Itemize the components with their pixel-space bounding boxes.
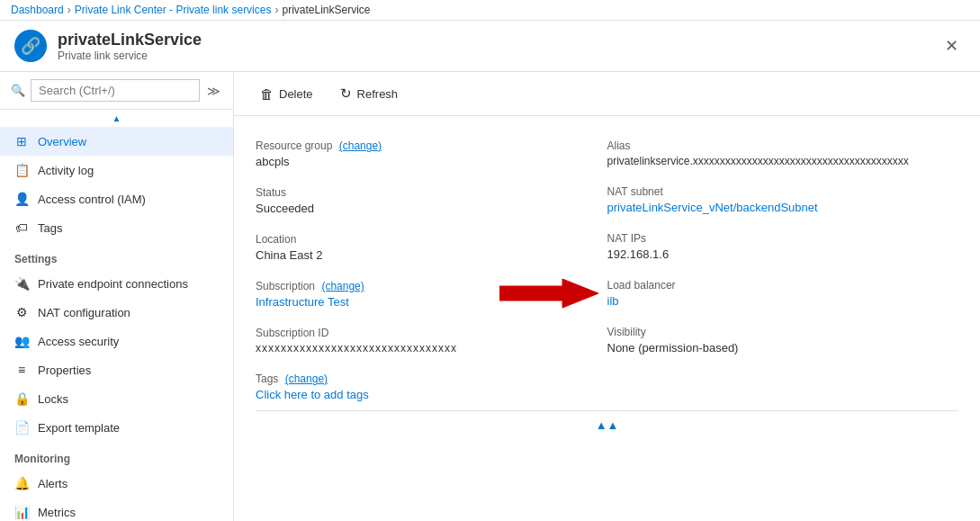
nat-subnet-link[interactable]: privateLinkService_vNet/backendSubnet [607, 201, 818, 214]
breadcrumb-dashboard[interactable]: Dashboard [11, 4, 64, 16]
nat-ips-cell: NAT IPs 192.168.1.6 [607, 223, 959, 270]
nat-subnet-label: NAT subnet [607, 185, 945, 198]
svg-marker-0 [499, 279, 598, 308]
sidebar-item-metrics[interactable]: 📊 Metrics [0, 498, 233, 521]
delete-button[interactable]: 🗑 Delete [248, 80, 325, 108]
access-security-icon: 👥 [14, 334, 29, 348]
resource-header-left: 🔗 privateLinkService Private link servic… [14, 30, 202, 62]
location-cell: Location China East 2 [256, 224, 607, 271]
settings-section-label: Settings [0, 242, 233, 269]
tags-change-link[interactable]: (change) [285, 373, 328, 385]
resource-subtitle: Private link service [58, 49, 202, 62]
breadcrumb-current: privateLinkService [282, 4, 370, 16]
alerts-icon: 🔔 [14, 476, 29, 490]
sidebar-nav: ⊞ Overview 📋 Activity log 👤 Access contr… [0, 127, 233, 521]
metrics-icon: 📊 [14, 505, 29, 519]
status-cell: Status Succeeded [256, 177, 607, 224]
properties-icon: ≡ [14, 363, 29, 377]
sidebar-label-private-endpoint: Private endpoint connections [38, 277, 188, 291]
sidebar-search-bar: 🔍 ≫ [0, 72, 233, 110]
right-panel: 🗑 Delete ↻ Refresh Resource group (chang… [234, 72, 980, 521]
collapse-sidebar-button[interactable]: ≫ [205, 82, 222, 100]
breadcrumb-private-link[interactable]: Private Link Center - Private link servi… [75, 4, 272, 16]
sidebar: 🔍 ≫ ▲ ⊞ Overview 📋 Activity log 👤 Access… [0, 72, 234, 521]
status-label: Status [256, 186, 593, 199]
refresh-icon: ↻ [340, 85, 352, 102]
main-layout: 🔍 ≫ ▲ ⊞ Overview 📋 Activity log 👤 Access… [0, 72, 980, 521]
sidebar-item-access-security[interactable]: 👥 Access security [0, 327, 233, 355]
sidebar-item-tags[interactable]: 🏷 Tags [0, 213, 233, 242]
locks-icon: 🔒 [14, 391, 29, 406]
sidebar-label-metrics: Metrics [38, 506, 76, 519]
sidebar-item-alerts[interactable]: 🔔 Alerts [0, 469, 233, 498]
nat-ips-value: 192.168.1.6 [607, 247, 945, 261]
alias-cell: Alias privatelinkservice.xxxxxxxxxxxxxxx… [607, 130, 959, 176]
refresh-button[interactable]: ↻ Refresh [328, 79, 410, 108]
sidebar-label-tags: Tags [38, 221, 62, 235]
load-balancer-value: ilb [607, 294, 945, 308]
private-endpoint-icon: 🔌 [14, 276, 29, 291]
resource-group-value: abcpls [256, 155, 593, 168]
subscription-link[interactable]: Infrastructure Test [256, 295, 349, 309]
sidebar-label-activity-log: Activity log [38, 164, 94, 177]
tags-icon: 🏷 [14, 220, 29, 235]
tags-add-link[interactable]: Click here to add tags [256, 388, 369, 401]
activity-log-icon: 📋 [14, 163, 29, 177]
breadcrumb: Dashboard › Private Link Center - Privat… [0, 0, 980, 21]
sidebar-label-access-control: Access control (IAM) [38, 193, 146, 206]
sidebar-item-nat-config[interactable]: ⚙ NAT configuration [0, 298, 233, 327]
scroll-up-indicator[interactable]: ▲ [0, 110, 233, 127]
tags-label: Tags (change) [256, 373, 593, 385]
sidebar-label-nat-config: NAT configuration [38, 306, 130, 319]
nat-ips-label: NAT IPs [607, 232, 945, 245]
sidebar-item-overview[interactable]: ⊞ Overview [0, 127, 233, 156]
access-control-icon: 👤 [14, 192, 29, 206]
nat-config-icon: ⚙ [14, 305, 29, 319]
visibility-value: None (permission-based) [607, 341, 945, 355]
sidebar-label-export-template: Export template [38, 421, 120, 435]
delete-icon: 🗑 [260, 86, 274, 102]
info-grid: Resource group (change) abcpls Status Su… [256, 130, 958, 410]
visibility-label: Visibility [607, 326, 945, 338]
refresh-label: Refresh [357, 87, 399, 101]
sidebar-item-activity-log[interactable]: 📋 Activity log [0, 156, 233, 184]
sidebar-label-access-security: Access security [38, 335, 119, 348]
resource-header: 🔗 privateLinkService Private link servic… [0, 21, 980, 72]
nat-subnet-value: privateLinkService_vNet/backendSubnet [607, 201, 945, 214]
link-icon: 🔗 [21, 36, 40, 56]
delete-label: Delete [279, 87, 313, 101]
alias-label: Alias [607, 139, 945, 152]
sidebar-label-locks: Locks [38, 392, 68, 406]
sidebar-item-private-endpoint[interactable]: 🔌 Private endpoint connections [0, 269, 233, 298]
sidebar-label-alerts: Alerts [38, 477, 67, 490]
status-value: Succeeded [256, 202, 593, 215]
search-input[interactable] [31, 79, 200, 102]
subscription-id-cell: Subscription ID xxxxxxxxxxxxxxxxxxxxxxxx… [256, 318, 607, 364]
sidebar-item-locks[interactable]: 🔒 Locks [0, 384, 233, 413]
collapse-arrows[interactable]: ▲▲ [256, 410, 958, 439]
breadcrumb-sep-2: › [274, 4, 278, 16]
export-template-icon: 📄 [14, 420, 29, 435]
visibility-cell: Visibility None (permission-based) [607, 317, 959, 364]
sidebar-item-access-control[interactable]: 👤 Access control (IAM) [0, 184, 233, 213]
resource-group-label: Resource group (change) [256, 139, 593, 152]
resource-icon: 🔗 [14, 30, 47, 62]
right-column: Alias privatelinkservice.xxxxxxxxxxxxxxx… [607, 130, 959, 410]
subscription-id-label: Subscription ID [256, 327, 593, 339]
sidebar-label-properties: Properties [38, 364, 91, 377]
left-column: Resource group (change) abcpls Status Su… [256, 130, 607, 410]
subscription-change-link[interactable]: (change) [321, 280, 364, 292]
breadcrumb-sep-1: › [67, 4, 71, 16]
arrow-indicator [499, 277, 598, 312]
subscription-id-value: xxxxxxxxxxxxxxxxxxxxxxxxxxxxxxxx [256, 342, 593, 355]
tags-cell: Tags (change) Click here to add tags [256, 364, 607, 410]
load-balancer-link[interactable]: ilb [607, 294, 619, 308]
resource-title-block: privateLinkService Private link service [58, 31, 202, 62]
close-button[interactable]: ✕ [938, 32, 966, 59]
sidebar-label-overview: Overview [38, 135, 86, 148]
nat-subnet-cell: NAT subnet privateLinkService_vNet/backe… [607, 176, 959, 223]
sidebar-item-export-template[interactable]: 📄 Export template [0, 413, 233, 442]
resource-group-change-link[interactable]: (change) [339, 139, 382, 152]
sidebar-item-properties[interactable]: ≡ Properties [0, 355, 233, 384]
load-balancer-cell: Load balancer ilb [607, 270, 959, 317]
